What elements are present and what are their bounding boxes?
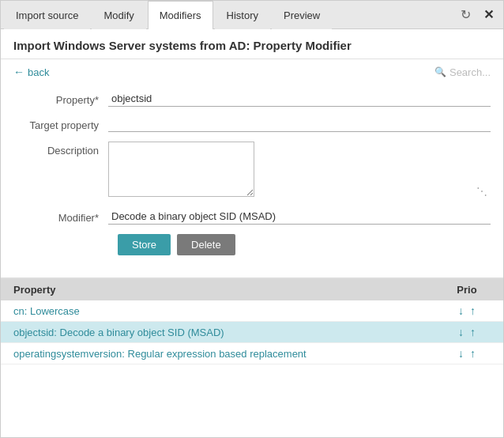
modifier-label: Modifier* <box>13 209 108 224</box>
target-property-label: Target property <box>13 116 108 131</box>
close-icon[interactable]: ✕ <box>477 4 500 25</box>
modifier-row: Modifier* <box>13 209 491 225</box>
prio-down-button-2[interactable]: ↓ <box>457 347 465 360</box>
back-area: ← back 🔍 Search... <box>1 59 503 85</box>
prio-down-button-1[interactable]: ↓ <box>457 326 465 338</box>
refresh-icon[interactable]: ↻ <box>454 4 477 25</box>
modifier-input[interactable] <box>108 209 491 225</box>
description-wrapper <box>108 142 491 199</box>
tab-history[interactable]: History <box>215 1 270 29</box>
col-prio-header: Prio <box>443 284 491 296</box>
col-property-header: Property <box>13 284 443 296</box>
property-table: Property Prio cn: Lowercase ↓ ↑ objectsi… <box>1 278 503 364</box>
store-button[interactable]: Store <box>118 234 171 255</box>
table-row[interactable]: operatingsystemversion: Regular expressi… <box>1 343 503 364</box>
tab-modifiers[interactable]: Modifiers <box>148 1 213 29</box>
tab-bar: Import source Modify Modifiers History P… <box>1 1 503 29</box>
table-header: Property Prio <box>1 279 503 300</box>
search-icon: 🔍 <box>434 66 446 77</box>
row-text: operatingsystemversion: Regular expressi… <box>13 348 443 360</box>
property-row: Property* <box>13 91 491 107</box>
prio-down-button-0[interactable]: ↓ <box>457 304 465 317</box>
row-text: cn: Lowercase <box>13 305 443 317</box>
property-label: Property* <box>13 91 108 106</box>
button-row: Store Delete <box>13 234 491 255</box>
description-input[interactable] <box>108 142 254 197</box>
tab-preview[interactable]: Preview <box>272 1 332 29</box>
description-row: Description <box>13 142 491 199</box>
row-prio: ↓ ↑ <box>443 304 491 317</box>
prio-up-button-2[interactable]: ↑ <box>468 347 477 360</box>
target-property-row: Target property <box>13 116 491 132</box>
row-prio: ↓ ↑ <box>443 347 491 360</box>
back-link[interactable]: ← back <box>13 66 49 78</box>
form-area: Property* Target property Description Mo… <box>1 85 503 268</box>
row-text: objectsid: Decode a binary object SID (M… <box>13 327 443 338</box>
table-row[interactable]: objectsid: Decode a binary object SID (M… <box>1 322 503 343</box>
prio-up-button-1[interactable]: ↑ <box>468 326 477 338</box>
tab-modify[interactable]: Modify <box>92 1 145 29</box>
search-area: 🔍 Search... <box>434 66 491 78</box>
delete-button[interactable]: Delete <box>177 234 235 255</box>
page-title: Import Windows Server systems from AD: P… <box>1 29 503 59</box>
tab-import-source[interactable]: Import source <box>4 1 90 29</box>
table-row[interactable]: cn: Lowercase ↓ ↑ <box>1 300 503 322</box>
target-property-input[interactable] <box>108 116 491 132</box>
row-prio: ↓ ↑ <box>443 326 491 338</box>
prio-up-button-0[interactable]: ↑ <box>468 304 477 317</box>
description-label: Description <box>13 142 108 157</box>
property-input[interactable] <box>108 91 491 107</box>
back-arrow-icon: ← <box>13 66 24 78</box>
